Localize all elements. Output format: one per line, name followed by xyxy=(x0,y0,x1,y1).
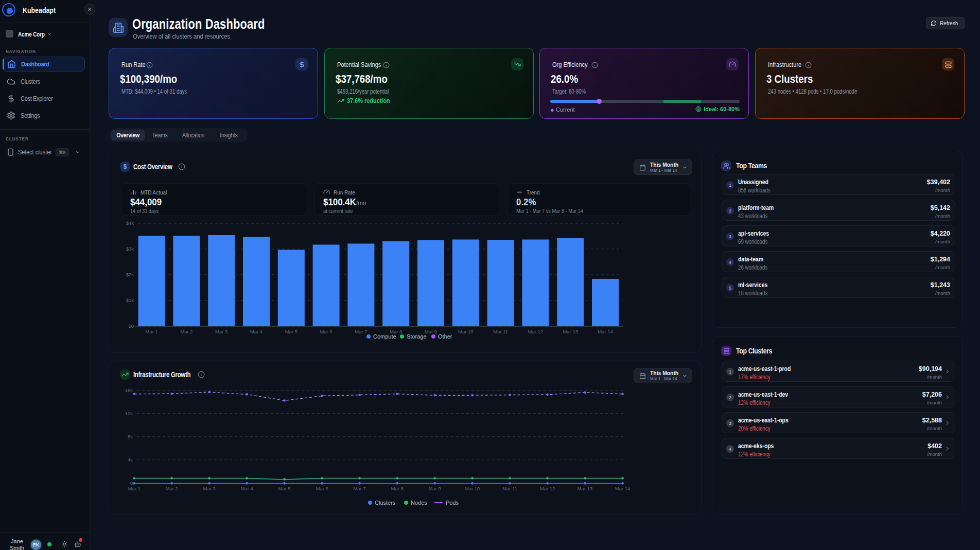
svg-text:8k: 8k xyxy=(128,434,133,439)
svg-text:Mar 13: Mar 13 xyxy=(563,329,578,334)
svg-text:Clusters: Clusters xyxy=(375,500,396,506)
svg-text:Mar 6: Mar 6 xyxy=(320,329,332,334)
svg-text:Mar 12: Mar 12 xyxy=(528,329,544,334)
svg-text:Mar 4: Mar 4 xyxy=(250,329,262,334)
svg-text:$1k: $1k xyxy=(126,297,134,303)
svg-text:Mar 8: Mar 8 xyxy=(391,486,403,491)
svg-text:Mar 6: Mar 6 xyxy=(316,486,328,491)
svg-text:12k: 12k xyxy=(125,411,133,416)
svg-text:Mar 3: Mar 3 xyxy=(203,486,215,491)
svg-text:Mar 7: Mar 7 xyxy=(353,486,365,491)
svg-text:Mar 1: Mar 1 xyxy=(128,486,140,491)
svg-text:Mar 5: Mar 5 xyxy=(278,486,290,491)
svg-text:Other: Other xyxy=(438,333,452,340)
svg-text:Compute: Compute xyxy=(373,333,396,340)
svg-text:Mar 10: Mar 10 xyxy=(458,329,474,334)
svg-text:4k: 4k xyxy=(128,457,133,463)
svg-text:Mar 10: Mar 10 xyxy=(465,486,480,491)
svg-text:Mar 11: Mar 11 xyxy=(502,486,517,491)
svg-text:Mar 3: Mar 3 xyxy=(215,329,227,334)
svg-text:$0: $0 xyxy=(128,323,134,329)
svg-text:Mar 7: Mar 7 xyxy=(355,329,367,334)
svg-text:$3k: $3k xyxy=(126,246,134,252)
svg-text:16k: 16k xyxy=(125,387,133,393)
svg-text:Mar 12: Mar 12 xyxy=(540,486,555,491)
svg-text:Nodes: Nodes xyxy=(411,500,427,506)
svg-text:Mar 5: Mar 5 xyxy=(285,329,297,334)
svg-text:Mar 2: Mar 2 xyxy=(165,486,178,491)
svg-text:Storage: Storage xyxy=(407,333,427,340)
svg-text:Mar 13: Mar 13 xyxy=(577,486,593,491)
svg-text:Mar 11: Mar 11 xyxy=(493,329,508,334)
svg-text:$2k: $2k xyxy=(126,272,134,277)
svg-text:Mar 2: Mar 2 xyxy=(180,329,192,334)
svg-text:Mar 1: Mar 1 xyxy=(145,329,157,334)
svg-text:Mar 14: Mar 14 xyxy=(598,329,613,334)
svg-text:Pods: Pods xyxy=(446,500,459,506)
svg-text:Mar 9: Mar 9 xyxy=(428,486,441,491)
svg-text:$4k: $4k xyxy=(126,220,134,226)
svg-text:0: 0 xyxy=(130,480,133,486)
svg-text:Mar 4: Mar 4 xyxy=(240,486,253,491)
svg-text:Mar 14: Mar 14 xyxy=(615,486,631,491)
